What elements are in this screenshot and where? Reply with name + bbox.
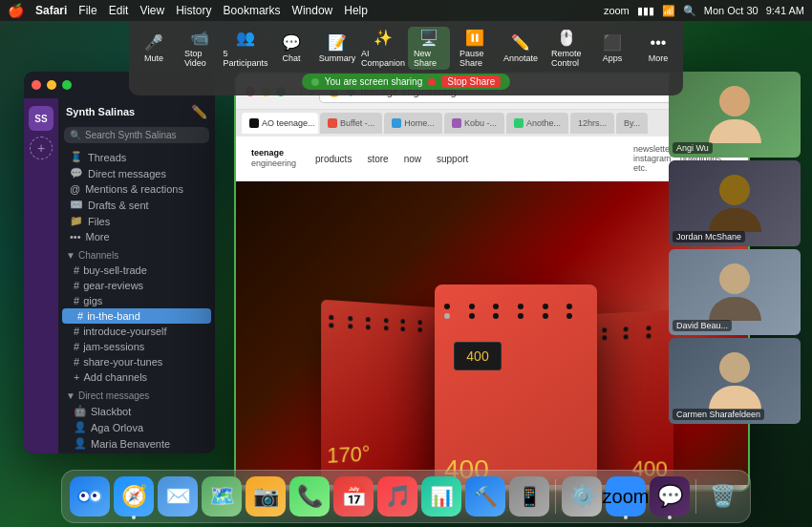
chat-label: Chat <box>282 53 300 63</box>
zoom-toolbar: 🎤 Mute 📹 Stop Video 👥 5 Participants 💬 C… <box>129 21 683 95</box>
tab-kobu[interactable]: Kobu -... <box>444 113 504 134</box>
dm-slackbot[interactable]: 🤖 Slackbot <box>58 403 215 419</box>
chat-button[interactable]: 💬 Chat <box>270 32 312 65</box>
add-channels-label: Add channels <box>83 371 147 383</box>
mention-icon: @ <box>70 183 80 195</box>
menu-help[interactable]: Help <box>344 4 368 17</box>
minimize-button[interactable] <box>47 80 56 90</box>
ai-companion-button[interactable]: ✨ AI Companion <box>362 27 404 70</box>
dm-aga[interactable]: 👤 Aga Orlova <box>58 419 215 435</box>
search-icon[interactable]: 🔍 <box>683 5 696 17</box>
dock-facetime[interactable]: 📞 <box>289 476 330 516</box>
dock-separator-2 <box>695 479 696 514</box>
menu-history[interactable]: History <box>176 4 211 17</box>
maximize-button[interactable] <box>62 80 72 90</box>
channels-section-header[interactable]: ▼ Channels <box>58 244 215 263</box>
close-button[interactable] <box>32 80 41 90</box>
dock-numbers[interactable]: 📊 <box>421 476 461 516</box>
dock-music[interactable]: 🎵 <box>377 476 417 516</box>
drafts-nav[interactable]: ✉️ Drafts & sent <box>58 197 215 213</box>
menu-window[interactable]: Window <box>292 4 333 17</box>
stop-video-button[interactable]: 📹 Stop Video <box>179 27 221 70</box>
dock-safari[interactable]: 🧭 <box>114 476 154 516</box>
channel-gigs[interactable]: # gigs <box>58 293 215 308</box>
stop-share-button[interactable]: Stop Share <box>441 75 501 88</box>
menu-bar: 🍎 Safari File Edit View History Bookmark… <box>0 0 812 21</box>
jordan-name: Jordan McShane <box>673 231 745 242</box>
tab-12hrs[interactable]: 12hrs... <box>570 113 614 134</box>
threads-nav[interactable]: 🧵 Threads <box>58 149 215 165</box>
tab-another[interactable]: Anothe... <box>506 113 568 134</box>
dock-slack[interactable]: 💬 <box>650 476 690 516</box>
tab-by[interactable]: By... <box>616 113 648 134</box>
menu-view[interactable]: View <box>139 4 164 17</box>
workspace-avatar[interactable]: SS <box>29 106 53 131</box>
add-channels[interactable]: + Add channels <box>58 369 215 385</box>
dock-xcode[interactable]: 🔨 <box>465 476 505 516</box>
pause-share-button[interactable]: ⏸️ Pause Share <box>454 27 496 70</box>
menu-edit[interactable]: Edit <box>109 4 129 17</box>
chat-icon: 💬 <box>282 33 301 52</box>
apps-button[interactable]: ⬛ Apps <box>591 32 633 65</box>
dock-separator <box>555 479 556 514</box>
desktop: 🍎 Safari File Edit View History Bookmark… <box>0 0 812 527</box>
nav-products[interactable]: products <box>315 154 352 164</box>
add-workspace-button[interactable]: + <box>30 137 53 159</box>
tab-teenage-engineering[interactable]: AO teenage... <box>242 113 318 134</box>
channel-buy-sell[interactable]: # buy-sell-trade <box>58 263 215 278</box>
more-button[interactable]: ••• More <box>637 32 679 65</box>
stop-video-label: Stop Video <box>184 49 215 68</box>
annotate-button[interactable]: ✏️ Annotate <box>500 32 542 65</box>
files-icon: 📁 <box>70 215 83 227</box>
new-share-button[interactable]: 🖥️ New Share <box>408 27 450 70</box>
dock-finder[interactable] <box>70 476 110 516</box>
channel-share[interactable]: # share-your-tunes <box>58 354 215 369</box>
dock-system-prefs[interactable]: ⚙️ <box>562 476 602 516</box>
mentions-nav[interactable]: @ Mentions & reactions <box>58 181 215 197</box>
david-head <box>719 264 750 294</box>
dock-trash[interactable]: 🗑️ <box>702 476 742 516</box>
menu-bookmarks[interactable]: Bookmarks <box>224 4 281 17</box>
drafts-label: Drafts & sent <box>88 200 149 211</box>
remote-control-button[interactable]: 🖱️ Remote Control <box>545 27 588 70</box>
channel-introduce[interactable]: # introduce-yourself <box>58 324 215 339</box>
mute-label: Mute <box>144 53 163 63</box>
more-nav[interactable]: ••• More <box>58 229 215 244</box>
menu-file[interactable]: File <box>78 4 96 17</box>
dock-simulator[interactable]: 📱 <box>509 476 549 516</box>
tab-home[interactable]: Home... <box>384 113 442 134</box>
dock-maps[interactable]: 🗺️ <box>202 476 242 516</box>
more-icon: ••• <box>70 231 81 242</box>
summary-button[interactable]: 📝 Summary <box>316 32 358 65</box>
search-bar[interactable]: 🔍 Search Synth Salinas <box>64 127 209 143</box>
files-nav[interactable]: 📁 Files <box>58 213 215 229</box>
dock-dot-slack <box>668 516 672 519</box>
hash-icon: # <box>74 326 79 337</box>
tab-buffet[interactable]: Buffet -... <box>320 113 382 134</box>
apple-menu[interactable]: 🍎 <box>8 3 24 18</box>
jordan-body <box>709 208 761 232</box>
new-message-icon[interactable]: ✏️ <box>191 104 207 119</box>
te-logo: teenage engineering <box>251 148 296 169</box>
nav-support[interactable]: support <box>437 154 468 164</box>
dock-calendar[interactable]: 📅 <box>333 476 374 516</box>
dock-zoom[interactable]: zoom <box>606 476 646 516</box>
channel-gear[interactable]: # gear-reviews <box>58 278 215 293</box>
tab-favicon <box>514 118 524 128</box>
channel-jam[interactable]: # jam-sessions <box>58 339 215 354</box>
channel-in-the-band[interactable]: # in-the-band <box>62 308 211 324</box>
dock-photos[interactable]: 📷 <box>246 476 286 516</box>
dms-section-header[interactable]: ▼ Direct messages <box>58 385 215 403</box>
annotate-icon: ✏️ <box>511 33 530 52</box>
drafts-icon: ✉️ <box>70 199 83 211</box>
new-share-label: New Share <box>414 49 444 68</box>
dock-mail[interactable]: ✉️ <box>158 476 198 516</box>
app-menu-safari[interactable]: Safari <box>35 4 67 17</box>
workspace-name: Synth Salinas <box>66 106 135 117</box>
nav-store[interactable]: store <box>367 154 388 164</box>
mute-button[interactable]: 🎤 Mute <box>133 32 175 65</box>
participants-button[interactable]: 👥 5 Participants <box>224 27 267 70</box>
dms-nav[interactable]: 💬 Direct messages <box>58 165 215 181</box>
dm-maria[interactable]: 👤 Maria Benavente <box>58 435 215 452</box>
nav-now[interactable]: now <box>404 154 421 164</box>
